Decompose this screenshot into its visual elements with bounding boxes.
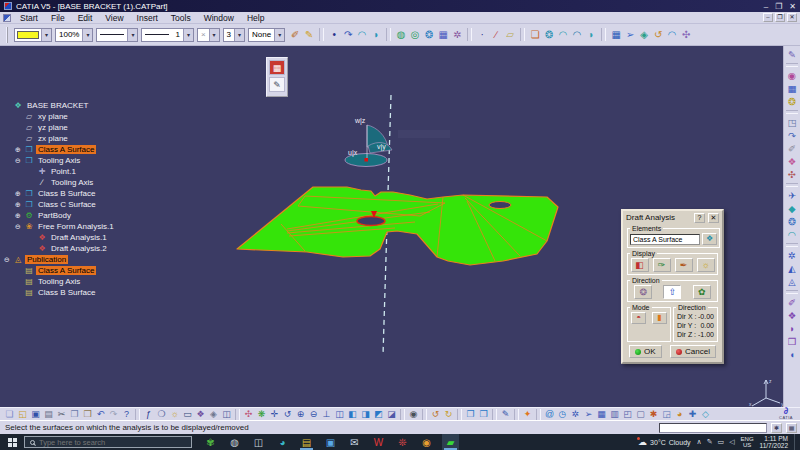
power-input-field[interactable] xyxy=(659,423,767,433)
mail-icon[interactable]: ✉ xyxy=(346,434,363,450)
weather-widget[interactable]: ☁ 30°C Cloudy xyxy=(638,437,690,447)
tree-item-label[interactable]: Class A Surface xyxy=(36,266,96,275)
rotate-tool-icon[interactable]: ↺ xyxy=(651,28,665,42)
expand-icon[interactable]: ⊕ xyxy=(14,201,22,209)
line-weight-combo[interactable]: 1▾ xyxy=(141,28,193,42)
whats-this-icon[interactable]: ? xyxy=(120,408,133,420)
child-minimize-button[interactable]: – xyxy=(763,13,773,22)
building-icon[interactable]: ▥ xyxy=(608,408,621,420)
maximize-button[interactable]: ❐ xyxy=(775,2,782,11)
blend-blue-icon[interactable]: ◖ xyxy=(785,348,800,361)
save-icon[interactable]: ▣ xyxy=(29,408,42,420)
menu-edit[interactable]: Edit xyxy=(72,13,99,23)
globe-icon[interactable]: ◍ xyxy=(394,28,408,42)
sweep-icon[interactable]: ◗ xyxy=(584,28,598,42)
join-icon[interactable]: ▦ xyxy=(609,28,623,42)
menu-insert[interactable]: Insert xyxy=(131,13,164,23)
compass-handle[interactable] xyxy=(365,158,369,162)
collapse-icon[interactable]: ⊖ xyxy=(14,223,22,231)
share-tree-icon[interactable]: ❖ xyxy=(194,408,207,420)
collapse-icon[interactable]: ⊖ xyxy=(3,256,11,264)
torch-icon[interactable]: ✦ xyxy=(521,408,534,420)
edge-icon[interactable]: ◕ xyxy=(274,434,291,450)
tree-item-label[interactable]: zx plane xyxy=(36,134,70,143)
clock[interactable]: 1:11 PM 11/7/2022 xyxy=(760,435,788,449)
display-tray-icon[interactable]: ▭ xyxy=(718,438,725,446)
offset-icon[interactable]: ◠ xyxy=(570,28,584,42)
cone-mode-icon[interactable]: ◓ xyxy=(631,312,646,324)
task-view-icon[interactable]: ◫ xyxy=(250,434,267,450)
pen-tray-icon[interactable]: ✎ xyxy=(707,438,713,446)
viewpoint-direction-icon[interactable]: ✿ xyxy=(693,285,711,299)
expand-icon[interactable]: ⊕ xyxy=(14,146,22,154)
dialog-close-button[interactable]: ✕ xyxy=(708,213,719,223)
boundary-icon[interactable]: ◬ xyxy=(785,275,800,288)
goto-icon[interactable]: ➢ xyxy=(582,408,595,420)
pan-icon[interactable]: ✛ xyxy=(268,408,281,420)
tree-item-label[interactable]: Draft Analysis.1 xyxy=(49,233,109,242)
fit-all-in-icon[interactable]: ✣ xyxy=(242,408,255,420)
plane-tool-icon[interactable]: ✈ xyxy=(785,189,800,202)
rotate-right-icon[interactable]: ↻ xyxy=(442,408,455,420)
person-icon[interactable]: ✲ xyxy=(569,408,582,420)
normal-view-icon[interactable]: ⊥ xyxy=(320,408,333,420)
menu-view[interactable]: View xyxy=(99,13,129,23)
tree-item-label[interactable]: Class A Surface xyxy=(36,145,96,154)
clock-icon[interactable]: ◷ xyxy=(556,408,569,420)
paint-brush-icon[interactable]: ✎ xyxy=(302,28,316,42)
compass-star-icon[interactable]: ❋ xyxy=(255,408,268,420)
menu-help[interactable]: Help xyxy=(241,13,270,23)
cortana-icon[interactable]: ◍ xyxy=(226,434,243,450)
line-icon[interactable]: ∕ xyxy=(489,28,503,42)
fill-purple-icon[interactable]: ✐ xyxy=(785,296,800,309)
revolve-surface-icon[interactable]: ❂ xyxy=(785,215,800,228)
open-folder-icon[interactable]: ◱ xyxy=(16,408,29,420)
diamond-icon[interactable]: ◇ xyxy=(699,408,712,420)
element-picker-icon[interactable]: ❖ xyxy=(702,233,717,245)
dialog-title-bar[interactable]: Draft Analysis ? ✕ xyxy=(623,211,722,224)
tree-item-label[interactable]: Free Form Analysis.1 xyxy=(36,222,116,231)
zoom-area-icon[interactable]: ◕ xyxy=(673,408,686,420)
star-tool-icon[interactable]: ✲ xyxy=(785,249,800,262)
extrude-surface-icon[interactable]: ◆ xyxy=(785,202,800,215)
cancel-button[interactable]: Cancel xyxy=(670,345,716,358)
web-icon[interactable]: @ xyxy=(543,408,556,420)
extrude-icon[interactable]: ❏ xyxy=(528,28,542,42)
help-button[interactable]: ? xyxy=(694,213,705,223)
expand-icon[interactable]: ⊕ xyxy=(14,190,22,198)
cut-icon[interactable]: ✂ xyxy=(55,408,68,420)
multi-view-icon[interactable]: ◫ xyxy=(333,408,346,420)
thick-purple-icon[interactable]: ❒ xyxy=(785,335,800,348)
split-icon[interactable]: ➢ xyxy=(623,28,637,42)
rotate-left-icon[interactable]: ↺ xyxy=(429,408,442,420)
taskbar-search[interactable] xyxy=(24,436,192,448)
formula-icon[interactable]: ƒ xyxy=(142,408,155,420)
box-icon[interactable]: ◰ xyxy=(621,408,634,420)
revolve-icon[interactable]: ❂ xyxy=(542,28,556,42)
globe-axis-icon[interactable]: ◎ xyxy=(408,28,422,42)
sweep-purple-icon[interactable]: ❖ xyxy=(785,309,800,322)
hide-show-icon[interactable]: ◪ xyxy=(385,408,398,420)
cursor-star-icon[interactable]: ✱ xyxy=(647,408,660,420)
tree-item-label[interactable]: Point.1 xyxy=(49,167,78,176)
offset-surface-icon[interactable]: ◠ xyxy=(785,228,800,241)
language-indicator[interactable]: ENG US xyxy=(741,436,754,449)
table-icon[interactable]: ▦ xyxy=(595,408,608,420)
support-tool-icon[interactable]: ◭ xyxy=(785,262,800,275)
tree-item-label[interactable]: Publication xyxy=(25,255,68,264)
new-document-icon[interactable]: ❏ xyxy=(3,408,16,420)
magenta-tool-icon[interactable]: ❖ xyxy=(785,155,800,168)
paste-icon[interactable]: ❒ xyxy=(81,408,94,420)
menu-tools[interactable]: Tools xyxy=(165,13,197,23)
wps-icon[interactable]: W xyxy=(370,434,387,450)
symmetry-icon[interactable]: ◠ xyxy=(665,28,679,42)
redo-icon[interactable]: ↷ xyxy=(107,408,120,420)
loft-purple-icon[interactable]: ◗ xyxy=(785,322,800,335)
rotate-icon[interactable]: ↺ xyxy=(281,408,294,420)
store-icon[interactable]: ▣ xyxy=(322,434,339,450)
curve-icon[interactable]: ↷ xyxy=(785,129,800,142)
catia-window-icon[interactable]: ▰ xyxy=(442,434,459,450)
tree-item-label[interactable]: Tooling Axis xyxy=(36,277,82,286)
tree-item-label[interactable]: Class B Surface xyxy=(36,288,97,297)
image-capture-icon[interactable]: ❍ xyxy=(155,408,168,420)
